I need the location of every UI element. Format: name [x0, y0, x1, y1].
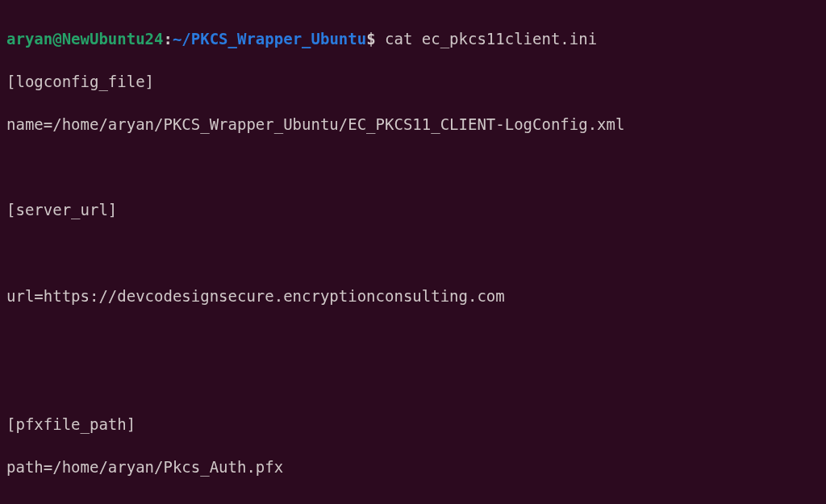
output-line: [logconfig_file]	[6, 71, 820, 93]
prompt-line-1: aryan@NewUbuntu24:~/PKCS_Wrapper_Ubuntu$…	[6, 28, 820, 50]
output-line: [pfxfile_path]	[6, 414, 820, 435]
output-line: url=https://devcodesignsecure.encryption…	[6, 285, 820, 307]
prompt-symbol: $	[366, 30, 385, 48]
output-blank-line	[6, 328, 820, 350]
prompt-separator: :	[163, 30, 172, 48]
output-blank-line	[6, 500, 820, 504]
output-line: [server_url]	[6, 199, 820, 221]
terminal-window[interactable]: aryan@NewUbuntu24:~/PKCS_Wrapper_Ubuntu$…	[6, 6, 820, 504]
output-blank-line	[6, 371, 820, 393]
output-blank-line	[6, 156, 820, 178]
prompt-cwd: ~/PKCS_Wrapper_Ubuntu	[173, 30, 366, 48]
command-text: cat ec_pkcs11client.ini	[385, 30, 597, 48]
output-blank-line	[6, 243, 820, 264]
output-line: name=/home/aryan/PKCS_Wrapper_Ubuntu/EC_…	[6, 114, 820, 135]
output-line: path=/home/aryan/Pkcs_Auth.pfx	[6, 456, 820, 478]
prompt-user-host: aryan@NewUbuntu24	[6, 30, 163, 48]
